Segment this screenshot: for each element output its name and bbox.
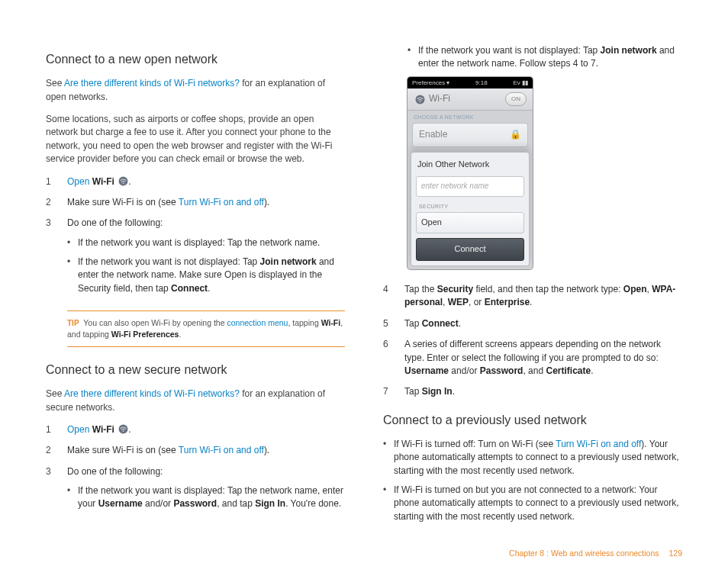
status-signal: Ev ▮▮ <box>513 79 528 88</box>
bullet-wifi-on-noconn: If Wi-Fi is turned on but you are not co… <box>383 484 682 523</box>
steps-secure: 1 Open Wi-Fi . 2 Make sure Wi-Fi is on (… <box>46 423 345 517</box>
step-number: 1 <box>46 423 67 436</box>
step-number: 3 <box>46 465 67 517</box>
network-name-input[interactable]: enter network name <box>416 176 524 197</box>
step-number: 3 <box>46 217 67 301</box>
step-number: 4 <box>383 283 404 310</box>
step-number: 2 <box>46 444 67 457</box>
bullet-join-network: If the network you want is not displayed… <box>407 44 682 71</box>
link-wifi-kinds-2[interactable]: Are there different kinds of Wi-Fi netwo… <box>64 388 240 399</box>
page-footer: Chapter 8 : Web and wireless connections… <box>46 548 682 559</box>
intro-open: See Are there different kinds of Wi-Fi n… <box>46 77 345 104</box>
wifi-icon <box>415 95 425 105</box>
network-row-enable[interactable]: Enable 🔒 <box>412 123 528 146</box>
continued-bullets: If the network you want is not displayed… <box>407 44 682 71</box>
steps-continued: 4 Tap the Security field, and then tap t… <box>383 283 682 399</box>
link-turn-wifi-1[interactable]: Turn Wi-Fi on and off <box>179 197 264 208</box>
left-column: Connect to a new open network See Are th… <box>46 38 345 529</box>
status-prefs: Preferences ▾ <box>412 79 449 88</box>
step-number: 7 <box>383 385 404 398</box>
phone-screenshot: Preferences ▾ 9:18 Ev ▮▮ Wi-Fi ON CHOOSE… <box>407 77 533 269</box>
wifi-on-toggle[interactable]: ON <box>505 92 527 106</box>
link-turn-wifi-3[interactable]: Turn Wi-Fi on and off <box>556 439 641 449</box>
heading-previous-network: Connect to a previously used network <box>383 411 682 429</box>
phone-statusbar: Preferences ▾ 9:18 Ev ▮▮ <box>407 77 533 89</box>
right-column: If the network you want is not displayed… <box>383 38 682 529</box>
para-fee-note: Some locations, such as airports or coff… <box>46 113 345 166</box>
wifi-icon <box>118 176 128 186</box>
step-number: 6 <box>383 338 404 378</box>
lock-icon: 🔒 <box>510 128 521 141</box>
choose-network-label: CHOOSE A NETWORK <box>407 111 533 123</box>
link-wifi-kinds-1[interactable]: Are there different kinds of Wi-Fi netwo… <box>64 78 240 88</box>
step-number: 5 <box>383 317 404 330</box>
link-open-action-1[interactable]: Open <box>67 176 89 187</box>
modal-title: Join Other Network <box>416 157 524 172</box>
tip-label: TIP <box>67 319 79 327</box>
step-number: 1 <box>46 175 67 188</box>
heading-secure-network: Connect to a new secure network <box>46 361 345 378</box>
status-time: 9:18 <box>475 79 488 88</box>
security-field[interactable]: Open <box>416 212 524 233</box>
wifi-title: Wi-Fi <box>429 92 450 105</box>
join-other-modal: Join Other Network enter network name SE… <box>411 152 530 266</box>
wifi-icon <box>118 424 128 434</box>
bullet-secure-displayed: If the network you want is displayed: Ta… <box>67 484 345 511</box>
bullet-wifi-off: If Wi-Fi is turned off: Turn on Wi-Fi (s… <box>383 438 682 478</box>
security-label: SECURITY <box>416 201 524 212</box>
wifi-label: Wi-Fi <box>92 176 114 187</box>
link-connection-menu[interactable]: connection menu <box>227 318 288 327</box>
prev-network-bullets: If Wi-Fi is turned off: Turn on Wi-Fi (s… <box>383 438 682 523</box>
intro-secure: See Are there different kinds of Wi-Fi n… <box>46 388 345 414</box>
tip-box: TIP You can also open Wi-Fi by opening t… <box>67 310 345 347</box>
wifi-label: Wi-Fi <box>92 424 114 435</box>
step-number: 2 <box>46 196 67 209</box>
link-open-action-2[interactable]: Open <box>67 424 89 435</box>
footer-pagenum: 129 <box>668 549 682 558</box>
link-turn-wifi-2[interactable]: Turn Wi-Fi on and off <box>179 445 264 455</box>
steps-open: 1 Open Wi-Fi . 2 Make sure Wi-Fi is on (… <box>46 175 345 302</box>
bullet-displayed: If the network you want is displayed: Ta… <box>67 236 345 249</box>
heading-open-network: Connect to a new open network <box>46 50 345 68</box>
wifi-header-row: Wi-Fi ON <box>407 88 533 111</box>
connect-button[interactable]: Connect <box>416 238 524 261</box>
bullet-not-displayed: If the network you want is not displayed… <box>67 256 345 295</box>
footer-chapter: Chapter 8 : Web and wireless connections <box>509 549 659 558</box>
